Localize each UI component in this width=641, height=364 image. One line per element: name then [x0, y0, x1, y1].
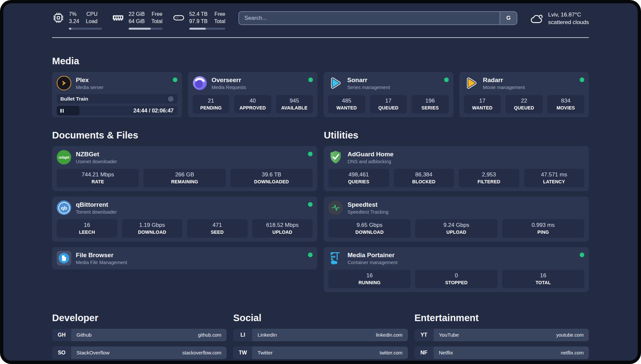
app-desc: Movie management [483, 85, 525, 90]
stat-filtered: 2,953 FILTERED [459, 169, 519, 187]
link-twitter[interactable]: TW Twitter twitter.com [233, 347, 408, 359]
link-name: Twitter [258, 350, 273, 356]
search-engine-button[interactable]: G [500, 12, 517, 24]
ram-total-label: Total [151, 18, 163, 25]
card-plex[interactable]: Plex Media server Bullet Train [52, 72, 182, 117]
app-desc: Container management [348, 260, 398, 265]
stat-upload: 618.52 Mbps UPLOAD [252, 219, 313, 238]
card-radarr[interactable]: Radarr Movie management 17 WANTED 22 QUE… [459, 72, 589, 117]
nzbget-icon: nzbget [57, 150, 71, 165]
stat-download: 1.19 Gbps DOWNLOAD [122, 219, 183, 238]
stat-wanted: 485 WANTED [328, 95, 365, 113]
link-tag: NF [414, 347, 434, 359]
plex-now-playing: Bullet Train 24:44 / 02:06:47 [57, 94, 177, 115]
weather-condition: scattered clouds [548, 19, 589, 26]
overseerr-icon [193, 76, 207, 90]
link-tag: YT [414, 329, 434, 341]
disk-free-label: Free [214, 11, 225, 18]
card-filebrowser[interactable]: File Browser Media File Management [52, 247, 317, 269]
app-name: Sonarr [347, 76, 390, 84]
stat-ping: 0.993 ms PING [502, 219, 584, 238]
link-netflix[interactable]: NF Netflix netflix.com [414, 347, 589, 359]
card-speedtest[interactable]: Speedtest Speedtest Tracking 9.65 Gbps D… [324, 197, 589, 242]
section-title-documents: Documents & Files [52, 130, 317, 141]
section-title-media: Media [52, 56, 589, 67]
link-linkedin[interactable]: LI LinkedIn linkedin.com [233, 329, 408, 341]
ram-total-value: 64 GiB [129, 18, 145, 25]
section-title-utilities: Utilities [324, 130, 589, 141]
card-qbittorrent[interactable]: qb qBittorrent Torrent downloader 16 LEE… [52, 197, 317, 242]
stat-latency: 47.571 ms LATENCY [524, 169, 585, 187]
stat-queries: 498,461 QUERIES [328, 169, 389, 187]
link-tag: SO [52, 347, 71, 359]
developer-column: Developer GH Github github.com SO StackO… [52, 313, 227, 361]
disk-progress-bar [189, 28, 226, 30]
pause-button[interactable] [57, 106, 79, 115]
link-github[interactable]: GH Github github.com [52, 329, 227, 341]
app-name: File Browser [76, 252, 127, 259]
stat-remaining: 266 GB REMAINING [143, 169, 226, 187]
link-stackoverflow[interactable]: SO StackOverflow stackoverflow.com [52, 347, 227, 359]
section-title-social: Social [233, 313, 408, 323]
cpu-label: CPU [86, 11, 98, 18]
top-bar: 7% 3.24 CPU Load [52, 11, 589, 32]
stat-rate: 744.21 Mbps RATE [57, 169, 139, 187]
stat-running: 16 RUNNING [328, 270, 411, 288]
link-tag: TW [233, 347, 252, 359]
card-nzbget[interactable]: nzbget NZBGet Usenet downloader 744.21 M… [52, 146, 317, 191]
ram-free-value: 22 GiB [129, 11, 145, 18]
stat-stopped: 0 STOPPED [415, 270, 497, 288]
ram-free-label: Free [151, 11, 163, 18]
app-name: Radarr [483, 76, 525, 84]
link-youtube[interactable]: YT YouTube youtube.com [414, 329, 589, 341]
search-bar: G [238, 11, 517, 25]
card-adguard[interactable]: AdGuard Home DNS and adblocking 498,461 … [324, 146, 589, 191]
status-dot [308, 152, 313, 156]
app-desc: Media server [76, 85, 104, 90]
app-name: Overseerr [212, 76, 246, 84]
link-name: LinkedIn [258, 332, 277, 338]
adguard-icon [328, 150, 343, 165]
stat-download: 9.65 Gbps DOWNLOAD [328, 219, 411, 238]
stat-blocked: 86,384 BLOCKED [394, 169, 454, 187]
speedtest-icon [328, 200, 343, 215]
stat-approved: 40 APPROVED [234, 95, 271, 113]
stat-seed: 471 SEED [187, 219, 248, 238]
card-portainer[interactable]: Media Portainer Container management 16 … [324, 247, 589, 292]
app-desc: Media File Management [76, 260, 127, 265]
app-name: Media Portainer [348, 252, 398, 259]
card-overseerr[interactable]: Overseerr Media Requests 21 PENDING 40 A… [188, 72, 318, 117]
link-url: twitter.com [380, 350, 402, 355]
status-dot [308, 202, 313, 207]
link-name: Netflix [439, 350, 453, 356]
status-dot [444, 77, 449, 82]
app-desc: Speedtest Tracking [348, 209, 388, 215]
now-playing-title: Bullet Train [60, 96, 88, 102]
status-dot [173, 77, 177, 82]
card-sonarr[interactable]: Sonarr Series management 485 WANTED 17 Q… [323, 72, 453, 117]
cpu-usage-value: 7% [69, 11, 79, 18]
search-input[interactable] [239, 12, 500, 24]
stat-series: 196 SERIES [412, 95, 449, 113]
disk-stat: 52.4 TB 97.9 TB Free Total [172, 11, 226, 30]
app-desc: Media Requests [212, 85, 246, 90]
qbittorrent-icon: qb [57, 200, 71, 215]
dashboard-page: 7% 3.24 CPU Load [3, 3, 638, 361]
link-url: stackoverflow.com [182, 350, 221, 355]
stat-pending: 21 PENDING [193, 95, 230, 113]
status-dot [580, 253, 584, 257]
filebrowser-icon [57, 251, 71, 265]
cpu-load-value: 3.24 [69, 18, 79, 25]
link-url: linkedin.com [376, 332, 403, 338]
cpu-load-label: Load [86, 18, 98, 25]
cloud-icon [530, 12, 544, 26]
cpu-chip-icon [52, 12, 65, 24]
stat-downloaded: 39.6 TB DOWNLOADED [230, 169, 313, 187]
social-column: Social LI LinkedIn linkedin.com TW Twitt… [233, 313, 408, 361]
app-name: Plex [76, 76, 104, 84]
cpu-stat: 7% 3.24 CPU Load [52, 11, 102, 30]
header-divider [52, 37, 589, 38]
section-title-entertainment: Entertainment [414, 313, 589, 323]
link-url: youtube.com [556, 332, 584, 338]
stat-movies: 834 MOVIES [547, 95, 585, 113]
